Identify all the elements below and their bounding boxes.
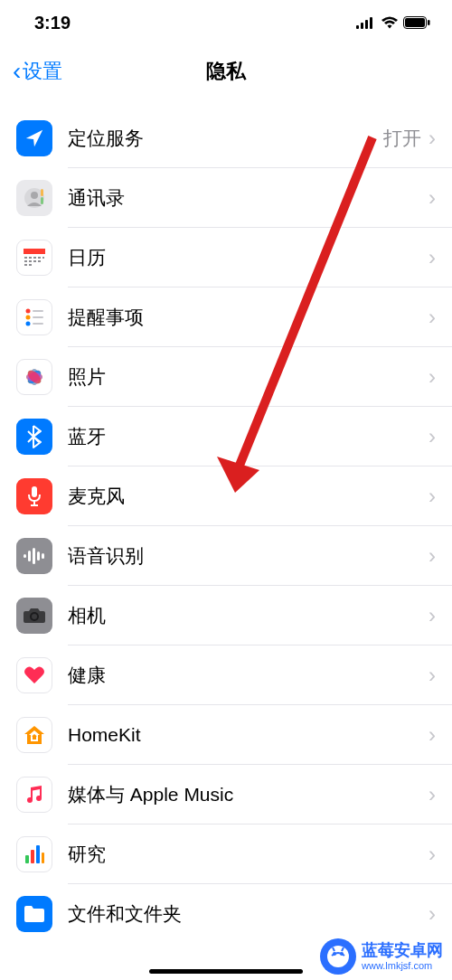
svg-rect-10 bbox=[41, 197, 43, 204]
svg-rect-13 bbox=[29, 257, 32, 259]
row-label: 提醒事项 bbox=[68, 305, 428, 330]
svg-rect-21 bbox=[24, 264, 27, 266]
svg-rect-17 bbox=[24, 260, 27, 262]
row-label: 通讯录 bbox=[68, 185, 428, 211]
svg-rect-5 bbox=[405, 18, 425, 27]
status-time: 3:19 bbox=[34, 13, 71, 33]
row-research[interactable]: 研究 › bbox=[0, 825, 452, 884]
row-camera[interactable]: 相机 › bbox=[0, 586, 452, 645]
svg-rect-26 bbox=[33, 310, 43, 312]
svg-rect-22 bbox=[29, 264, 32, 266]
svg-rect-37 bbox=[32, 486, 37, 497]
media-icon bbox=[16, 777, 52, 813]
row-bluetooth[interactable]: 蓝牙 › bbox=[0, 407, 452, 466]
back-button[interactable]: ‹ 设置 bbox=[13, 57, 62, 86]
svg-point-23 bbox=[26, 309, 31, 314]
row-contacts[interactable]: 通讯录 › bbox=[0, 168, 452, 228]
row-label: 日历 bbox=[68, 245, 428, 270]
row-health[interactable]: 健康 › bbox=[0, 645, 452, 705]
chevron-right-icon: › bbox=[428, 901, 436, 927]
svg-rect-16 bbox=[42, 257, 44, 259]
svg-rect-15 bbox=[38, 257, 41, 259]
svg-rect-1 bbox=[361, 23, 363, 29]
chevron-right-icon: › bbox=[428, 603, 436, 628]
chevron-right-icon: › bbox=[428, 424, 436, 449]
svg-point-53 bbox=[327, 946, 349, 967]
svg-rect-49 bbox=[36, 845, 40, 863]
row-label: 麦克风 bbox=[68, 484, 428, 509]
row-label: 照片 bbox=[68, 364, 428, 390]
svg-rect-27 bbox=[33, 316, 43, 318]
chevron-right-icon: › bbox=[428, 782, 436, 807]
health-icon bbox=[16, 657, 52, 693]
watermark-icon bbox=[320, 938, 356, 975]
row-location[interactable]: 定位服务 打开 › bbox=[0, 108, 452, 168]
reminders-icon bbox=[16, 299, 52, 335]
wifi-icon bbox=[381, 16, 399, 29]
bluetooth-icon bbox=[16, 419, 52, 455]
row-media[interactable]: 媒体与 Apple Music › bbox=[0, 765, 452, 825]
photos-icon bbox=[16, 359, 52, 395]
row-label: 文件和文件夹 bbox=[68, 901, 428, 927]
svg-rect-41 bbox=[28, 551, 31, 561]
svg-rect-19 bbox=[33, 260, 36, 262]
watermark-title: 蓝莓安卓网 bbox=[362, 941, 443, 960]
svg-rect-20 bbox=[38, 260, 41, 262]
chevron-right-icon: › bbox=[428, 722, 436, 748]
svg-rect-40 bbox=[24, 554, 26, 558]
status-bar: 3:19 bbox=[0, 0, 452, 45]
svg-point-8 bbox=[31, 192, 38, 199]
row-label: HomeKit bbox=[68, 724, 428, 746]
contacts-icon bbox=[16, 180, 52, 216]
row-speech[interactable]: 语音识别 › bbox=[0, 526, 452, 586]
microphone-icon bbox=[16, 478, 52, 514]
svg-rect-3 bbox=[370, 17, 372, 29]
svg-rect-43 bbox=[37, 551, 40, 561]
svg-rect-47 bbox=[25, 855, 29, 863]
row-calendar[interactable]: 日历 › bbox=[0, 228, 452, 287]
chevron-right-icon: › bbox=[428, 543, 436, 569]
row-label: 研究 bbox=[68, 842, 428, 867]
chevron-right-icon: › bbox=[428, 305, 436, 330]
row-reminders[interactable]: 提醒事项 › bbox=[0, 287, 452, 347]
row-label: 定位服务 bbox=[68, 126, 383, 151]
svg-rect-18 bbox=[29, 260, 32, 262]
home-indicator[interactable] bbox=[149, 969, 303, 974]
row-homekit[interactable]: HomeKit › bbox=[0, 705, 452, 765]
svg-rect-48 bbox=[31, 850, 34, 863]
row-microphone[interactable]: 麦克风 › bbox=[0, 466, 452, 526]
row-label: 健康 bbox=[68, 663, 428, 688]
calendar-icon bbox=[16, 240, 52, 276]
row-photos[interactable]: 照片 › bbox=[0, 347, 452, 407]
chevron-right-icon: › bbox=[428, 663, 436, 688]
back-label: 设置 bbox=[23, 58, 62, 85]
svg-rect-28 bbox=[33, 323, 43, 325]
row-label: 语音识别 bbox=[68, 543, 428, 569]
research-icon bbox=[16, 836, 52, 872]
svg-rect-6 bbox=[428, 20, 430, 25]
battery-icon bbox=[403, 16, 430, 29]
homekit-icon bbox=[16, 717, 52, 753]
watermark-url: www.lmkjsf.com bbox=[362, 960, 443, 972]
speech-icon bbox=[16, 538, 52, 574]
camera-icon bbox=[16, 598, 52, 634]
chevron-right-icon: › bbox=[428, 126, 436, 151]
svg-rect-50 bbox=[42, 853, 44, 863]
svg-rect-14 bbox=[33, 257, 36, 259]
svg-point-46 bbox=[32, 614, 37, 619]
page-title: 隐私 bbox=[206, 58, 246, 85]
chevron-right-icon: › bbox=[428, 484, 436, 509]
svg-point-24 bbox=[26, 316, 31, 320]
settings-list: 定位服务 打开 › 通讯录 › 日历 › 提醒事项 › 照片 › 蓝牙 bbox=[0, 108, 452, 944]
chevron-right-icon: › bbox=[428, 842, 436, 867]
svg-rect-11 bbox=[24, 249, 45, 254]
svg-rect-0 bbox=[356, 25, 359, 29]
signal-icon bbox=[356, 16, 376, 29]
chevron-right-icon: › bbox=[428, 364, 436, 390]
files-icon bbox=[16, 896, 52, 932]
nav-header: ‹ 设置 隐私 bbox=[0, 45, 452, 98]
svg-rect-2 bbox=[365, 20, 368, 29]
watermark: 蓝莓安卓网 www.lmkjsf.com bbox=[311, 933, 452, 980]
row-label: 蓝牙 bbox=[68, 424, 428, 449]
chevron-right-icon: › bbox=[428, 245, 436, 270]
